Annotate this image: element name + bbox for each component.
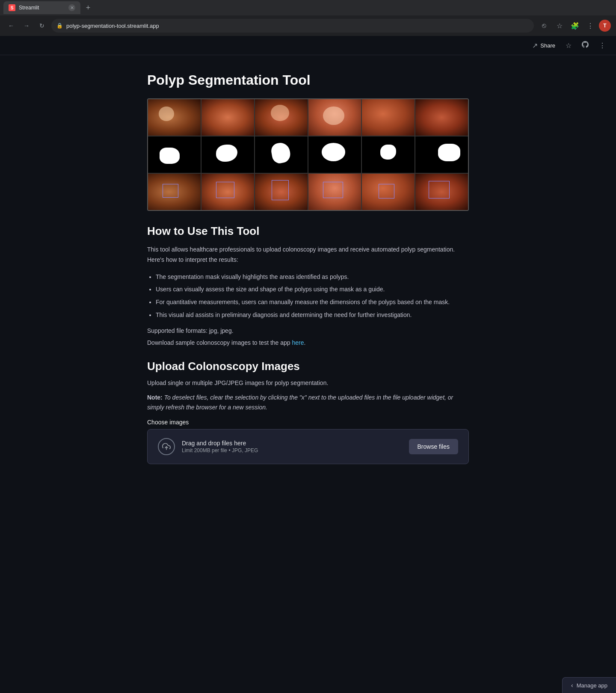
- main-content: Polyp Segmentation Tool How: [137, 55, 479, 490]
- grid-cell-mask-5: [362, 136, 415, 173]
- grid-cell-endo-4: [308, 99, 361, 136]
- grid-cell-endo-3: [255, 99, 308, 136]
- bullet-item-3: For quantitative measurements, users can…: [156, 297, 469, 308]
- intro-text: This tool allows healthcare professional…: [147, 245, 469, 265]
- share-label: Share: [540, 42, 555, 49]
- how-to-bullets: The segmentation mask visually highlight…: [147, 272, 469, 320]
- grid-cell-mask-1: [148, 136, 201, 173]
- file-upload-dropzone[interactable]: Drag and drop files here Limit 200MB per…: [147, 429, 469, 464]
- grid-cell-mask-3: [255, 136, 308, 173]
- tab-label: Streamlit: [19, 5, 65, 11]
- grid-cell-overlay-4: [308, 174, 361, 210]
- grid-cell-mask-6: [415, 136, 468, 173]
- github-icon: [582, 41, 589, 50]
- grid-cell-endo-5: [362, 99, 415, 136]
- url-field[interactable]: 🔒 polyp-segmentation-tool.streamlit.app: [51, 19, 534, 33]
- extensions-button[interactable]: 🧩: [568, 19, 582, 33]
- choose-images-label: Choose images: [147, 419, 469, 426]
- chevron-left-icon: ‹: [571, 682, 573, 689]
- forward-button[interactable]: →: [21, 20, 33, 32]
- upload-cloud-icon: [158, 438, 175, 455]
- browse-files-button[interactable]: Browse files: [409, 439, 458, 454]
- browser-chrome: S Streamlit ✕ + ← → ↻ 🔒 polyp-segmentati…: [0, 0, 616, 36]
- share-button[interactable]: ↗ Share: [529, 40, 559, 51]
- dots-vertical-icon: ⋮: [599, 41, 606, 50]
- drag-drop-label: Drag and drop files here: [182, 440, 258, 447]
- page-title: Polyp Segmentation Tool: [147, 72, 469, 88]
- demo-image-grid: [148, 99, 468, 210]
- upload-note: Note: To deselect files, clear the selec…: [147, 393, 469, 412]
- manage-app-bar[interactable]: ‹ Manage app: [562, 677, 616, 693]
- grid-cell-overlay-2: [201, 174, 254, 210]
- bullet-item-2: Users can visually assess the size and s…: [156, 284, 469, 295]
- dropzone-text: Drag and drop files here Limit 200MB per…: [182, 440, 258, 453]
- cast-button[interactable]: ⎋: [537, 19, 551, 33]
- active-tab[interactable]: S Streamlit ✕: [3, 1, 80, 14]
- grid-cell-overlay-5: [362, 174, 415, 210]
- star-button[interactable]: ☆: [562, 40, 575, 51]
- back-button[interactable]: ←: [5, 20, 17, 32]
- download-link-text: Download sample colonoscopy images to te…: [147, 339, 469, 346]
- refresh-button[interactable]: ↻: [36, 20, 48, 32]
- star-icon: ☆: [566, 41, 572, 50]
- dropzone-left: Drag and drop files here Limit 200MB per…: [158, 438, 258, 455]
- toolbar-right: ⎋ ☆ 🧩 ⋮ T: [537, 19, 611, 33]
- upload-description: Upload single or multiple JPG/JPEG image…: [147, 378, 469, 388]
- streamlit-topbar: ↗ Share ☆ ⋮: [0, 36, 616, 55]
- how-to-title: How to Use This Tool: [147, 225, 469, 238]
- note-bold: Note:: [147, 394, 163, 401]
- url-text: polyp-segmentation-tool.streamlit.app: [66, 23, 159, 29]
- grid-cell-overlay-3: [255, 174, 308, 210]
- profile-button[interactable]: T: [599, 20, 611, 32]
- note-text: To deselect files, clear the selection b…: [147, 394, 453, 410]
- grid-cell-endo-1: [148, 99, 201, 136]
- more-button[interactable]: ⋮: [583, 19, 597, 33]
- tab-bar: S Streamlit ✕ +: [0, 0, 616, 15]
- address-bar: ← → ↻ 🔒 polyp-segmentation-tool.streamli…: [0, 15, 616, 36]
- bullet-item-1: The segmentation mask visually highlight…: [156, 272, 469, 282]
- github-button[interactable]: [578, 39, 592, 51]
- share-icon: ↗: [532, 41, 538, 50]
- demo-image-grid-container: [147, 98, 469, 211]
- upload-section-title: Upload Colonoscopy Images: [147, 360, 469, 373]
- tab-favicon: S: [9, 4, 15, 11]
- grid-cell-overlay-1: [148, 174, 201, 210]
- menu-button[interactable]: ⋮: [595, 40, 609, 51]
- supported-formats-text: Supported file formats: jpg, jpeg.: [147, 327, 469, 334]
- tab-close-button[interactable]: ✕: [68, 4, 75, 11]
- bookmark-button[interactable]: ☆: [553, 19, 566, 33]
- download-here-link[interactable]: here: [292, 339, 304, 346]
- grid-cell-mask-4: [308, 136, 361, 173]
- grid-cell-endo-6: [415, 99, 468, 136]
- grid-cell-endo-2: [201, 99, 254, 136]
- grid-cell-mask-2: [201, 136, 254, 173]
- manage-app-label: Manage app: [577, 682, 607, 689]
- new-tab-button[interactable]: +: [82, 2, 94, 14]
- grid-cell-overlay-6: [415, 174, 468, 210]
- file-limit-text: Limit 200MB per file • JPG, JPEG: [182, 447, 258, 453]
- lock-icon: 🔒: [56, 23, 63, 29]
- bullet-item-4: This visual aid assists in preliminary d…: [156, 310, 469, 320]
